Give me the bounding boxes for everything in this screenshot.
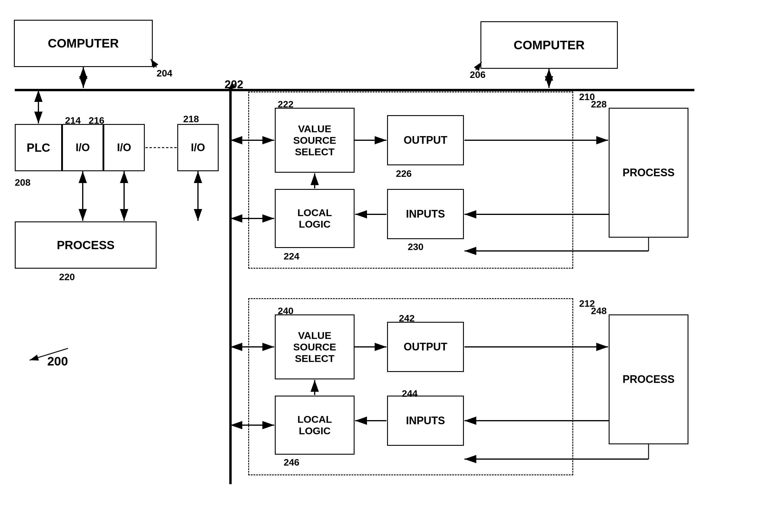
process-bottom-right-label: PROCESS <box>623 373 675 386</box>
label-214: 214 <box>65 115 81 126</box>
label-222: 222 <box>278 99 293 110</box>
label-224: 224 <box>284 251 299 262</box>
local-logic-top-box: LOCAL LOGIC <box>275 189 355 248</box>
plc-label: PLC <box>27 141 50 154</box>
process-top-right-label: PROCESS <box>623 167 675 179</box>
label-202: 202 <box>225 78 243 91</box>
label-218: 218 <box>183 114 199 125</box>
local-logic-top-label: LOCAL LOGIC <box>297 207 332 230</box>
inputs-top-box: INPUTS <box>387 189 464 239</box>
inputs-bottom-label: INPUTS <box>406 414 445 427</box>
label-248: 248 <box>591 306 607 316</box>
label-246: 246 <box>284 457 299 468</box>
label-230: 230 <box>408 241 423 252</box>
label-206: 206 <box>470 69 485 80</box>
process-left-box: PROCESS <box>15 221 156 269</box>
output-bottom-box: OUTPUT <box>387 322 464 372</box>
computer2-box: COMPUTER <box>480 21 618 69</box>
vss-bottom-label: VALUE SOURCE SELECT <box>293 330 336 364</box>
io2-box: I/O <box>103 124 145 171</box>
vss-bottom-box: VALUE SOURCE SELECT <box>275 314 355 379</box>
output-top-label: OUTPUT <box>404 134 447 146</box>
inputs-bottom-box: INPUTS <box>387 396 464 446</box>
computer2-label: COMPUTER <box>513 38 585 52</box>
label-208: 208 <box>15 177 30 188</box>
io3-label: I/O <box>191 141 205 154</box>
label-220: 220 <box>59 272 75 283</box>
label-226: 226 <box>396 168 412 179</box>
diagram: COMPUTER 204 COMPUTER 206 PLC I/O 214 I/… <box>0 0 770 532</box>
vss-top-box: VALUE SOURCE SELECT <box>275 108 355 173</box>
io2-label: I/O <box>117 141 131 154</box>
local-logic-bottom-label: LOCAL LOGIC <box>297 414 332 437</box>
computer1-label: COMPUTER <box>48 36 119 50</box>
output-bottom-label: OUTPUT <box>404 341 447 353</box>
io1-label: I/O <box>76 141 90 154</box>
label-242: 242 <box>399 313 415 324</box>
label-216: 216 <box>89 115 104 126</box>
inputs-top-label: INPUTS <box>406 208 445 220</box>
label-240: 240 <box>278 306 293 316</box>
io3-box: I/O <box>177 124 219 171</box>
process-bottom-right-box: PROCESS <box>609 314 689 444</box>
label-204: 204 <box>156 68 172 79</box>
local-logic-bottom-box: LOCAL LOGIC <box>275 396 355 455</box>
label-228: 228 <box>591 99 607 110</box>
process-left-label: PROCESS <box>57 239 115 252</box>
vss-top-label: VALUE SOURCE SELECT <box>293 123 336 158</box>
label-244: 244 <box>402 388 417 399</box>
output-top-box: OUTPUT <box>387 115 464 165</box>
computer1-box: COMPUTER <box>14 20 153 67</box>
plc-box: PLC <box>15 124 62 171</box>
io1-box: I/O <box>62 124 103 171</box>
label-200: 200 <box>47 354 68 368</box>
process-top-right-box: PROCESS <box>609 108 689 238</box>
